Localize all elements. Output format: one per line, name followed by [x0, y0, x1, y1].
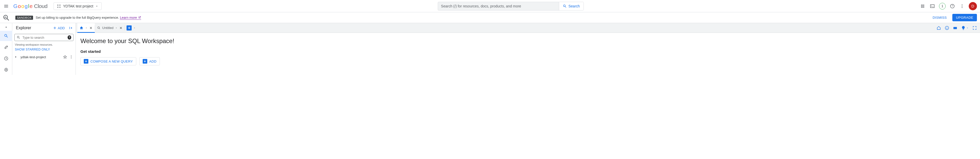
search-wrap: Search — [104, 2, 918, 11]
svg-point-9 — [962, 7, 963, 8]
more-vert-icon[interactable] — [959, 3, 965, 9]
search-button[interactable]: Search — [559, 2, 583, 10]
query-icon — [97, 26, 101, 30]
project-icon — [57, 4, 61, 8]
svg-point-3 — [59, 6, 60, 8]
learn-more-link[interactable]: Learn more — [120, 16, 141, 20]
explorer-search-input[interactable] — [22, 35, 65, 40]
explorer-search-field[interactable]: ? — [14, 34, 73, 41]
tab-bar: Untitled + — [76, 23, 980, 33]
close-tab-icon[interactable] — [89, 26, 93, 30]
search-help-icon[interactable]: ? — [68, 35, 72, 40]
learn-more-label: Learn more — [120, 16, 137, 19]
svg-point-14 — [5, 69, 7, 71]
add-button[interactable]: + ADD — [139, 57, 160, 66]
star-icon[interactable] — [63, 55, 67, 59]
rail-data-transfers[interactable] — [1, 42, 11, 52]
sandbox-badge: SANDBOX — [15, 16, 33, 20]
plus-box-icon: + — [143, 59, 147, 64]
welcome-actions: + COMPOSE A NEW QUERY + ADD — [80, 57, 975, 66]
tool-fullscreen-icon[interactable] — [972, 26, 977, 30]
svg-point-17 — [71, 58, 72, 58]
upgrade-button[interactable]: UPGRADE — [952, 14, 977, 21]
tool-home-icon[interactable] — [937, 26, 941, 30]
add-label: ADD — [150, 59, 156, 63]
explorer-add-button[interactable]: ADD — [53, 26, 65, 30]
svg-point-8 — [962, 6, 963, 6]
new-tab-button[interactable]: + — [127, 26, 132, 31]
project-node-label: ydtak-test-project — [21, 55, 46, 59]
search-button-label: Search — [568, 4, 580, 8]
caret-down-icon[interactable] — [115, 27, 118, 29]
caret-down-icon — [95, 5, 99, 8]
tree-item-project[interactable]: ydtak-test-project — [14, 54, 73, 60]
avatar-initial: D — [972, 4, 974, 8]
logo-cloud-text: Cloud — [34, 3, 48, 9]
tool-feedback-icon[interactable] — [961, 26, 969, 30]
show-starred-link[interactable]: SHOW STARRED ONLY — [14, 47, 73, 54]
svg-rect-20 — [953, 27, 957, 29]
close-tab-icon[interactable] — [119, 26, 123, 30]
explorer-title: Explorer — [16, 26, 51, 30]
caret-down-icon[interactable] — [85, 27, 88, 29]
tab-label: Untitled — [102, 26, 113, 30]
sandbox-banner: SANDBOX Set up billing to upgrade to the… — [12, 12, 980, 23]
tab-tools — [937, 26, 978, 30]
tab-home[interactable] — [77, 23, 95, 32]
header-right: 1 ? D — [920, 2, 977, 10]
project-name: YDTAK test project — [63, 4, 93, 8]
nav-menu-icon[interactable] — [3, 3, 9, 9]
svg-point-7 — [962, 4, 963, 5]
main-area: Explorer ADD ? Viewing workspace resourc… — [0, 23, 980, 75]
viewing-scope-text: Viewing workspace resources. — [14, 43, 73, 47]
plus-box-icon: + — [84, 59, 88, 64]
search-icon — [17, 35, 21, 40]
explorer-add-label: ADD — [58, 26, 65, 30]
top-header: Google Cloud YDTAK test project Search 1… — [0, 0, 980, 12]
apps-icon[interactable] — [920, 3, 926, 9]
svg-point-16 — [71, 57, 72, 57]
svg-text:?: ? — [951, 5, 953, 8]
notif-count: 1 — [941, 4, 943, 8]
svg-point-1 — [59, 5, 60, 6]
rail-scheduled-queries[interactable] — [1, 53, 11, 64]
dismiss-button[interactable]: DISMISS — [930, 14, 949, 21]
explorer-body: ? Viewing workspace resources. SHOW STAR… — [12, 33, 76, 60]
banner-text: Set up billing to upgrade to the full Bi… — [36, 16, 141, 20]
svg-point-2 — [57, 6, 59, 8]
search-icon — [563, 4, 567, 8]
plus-icon — [53, 26, 57, 30]
compose-query-button[interactable]: + COMPOSE A NEW QUERY — [80, 57, 136, 66]
new-tab-menu-icon[interactable] — [132, 27, 137, 29]
project-picker[interactable]: YDTAK test project — [54, 2, 102, 10]
svg-point-13 — [5, 68, 8, 71]
external-link-icon — [138, 16, 141, 19]
expand-caret-icon[interactable] — [14, 55, 19, 58]
product-icon-gutter — [0, 12, 12, 23]
collapse-panel-icon[interactable] — [68, 26, 73, 30]
rail-sql-workspace[interactable] — [0, 31, 12, 41]
workspace: Untitled + Welcome to your SQL Worksp — [76, 23, 980, 75]
tool-info-icon[interactable] — [945, 26, 949, 30]
welcome-subtitle: Get started — [80, 49, 975, 54]
banner-message: Set up billing to upgrade to the full Bi… — [36, 16, 119, 19]
welcome-title: Welcome to your SQL Workspace! — [80, 37, 975, 45]
notifications-badge[interactable]: 1 — [939, 3, 946, 10]
bigquery-icon[interactable] — [3, 14, 10, 21]
explorer-panel: Explorer ADD ? Viewing workspace resourc… — [12, 23, 76, 75]
tab-untitled[interactable]: Untitled — [95, 23, 125, 32]
side-rail — [0, 23, 12, 75]
more-vert-icon[interactable] — [69, 55, 73, 59]
help-icon[interactable]: ? — [949, 3, 955, 9]
rail-collapse-dot[interactable] — [1, 25, 11, 30]
svg-point-15 — [71, 55, 72, 56]
search-input[interactable] — [438, 2, 559, 10]
avatar[interactable]: D — [969, 2, 977, 10]
rail-bi-engine[interactable] — [1, 64, 11, 75]
banner-row: SANDBOX Set up billing to upgrade to the… — [0, 12, 980, 23]
compose-label: COMPOSE A NEW QUERY — [91, 59, 133, 63]
tool-keyboard-icon[interactable] — [953, 26, 958, 30]
banner-actions: DISMISS UPGRADE — [930, 14, 977, 21]
cloud-shell-icon[interactable] — [929, 3, 935, 9]
google-cloud-logo[interactable]: Google Cloud — [13, 3, 48, 9]
